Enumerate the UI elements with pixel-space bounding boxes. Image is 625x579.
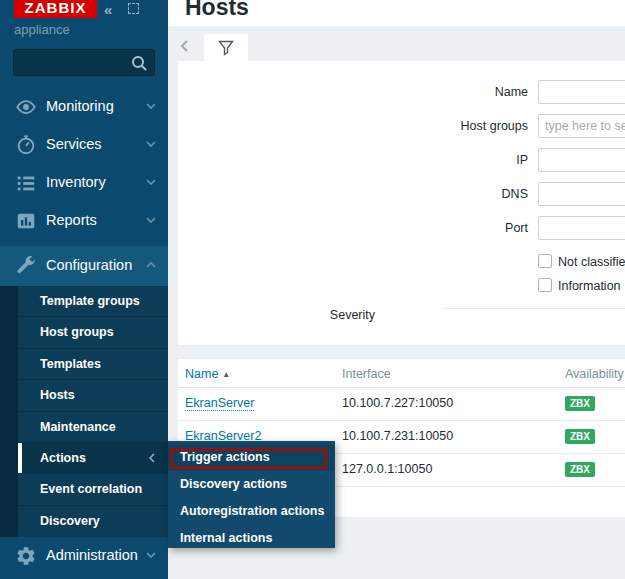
actions-flyout-menu: Trigger actions Discovery actions Autore… bbox=[168, 441, 335, 548]
submenu-item-discovery[interactable]: Discovery bbox=[18, 506, 168, 537]
filter-port-label: Port bbox=[505, 221, 528, 235]
eye-icon bbox=[15, 96, 37, 118]
chevron-down-icon bbox=[146, 179, 156, 186]
filter-severity-label: Severity bbox=[330, 308, 375, 322]
chevron-down-icon bbox=[146, 103, 156, 110]
sidebar-search bbox=[13, 49, 155, 76]
stopwatch-icon bbox=[15, 134, 37, 156]
submenu-label: Hosts bbox=[40, 388, 75, 402]
filter-dns-label: DNS bbox=[502, 187, 528, 201]
funnel-icon bbox=[218, 40, 234, 56]
sidebar-item-administration[interactable]: Administration bbox=[0, 537, 168, 575]
submenu-label: Host groups bbox=[40, 325, 114, 339]
availability-badge-zbx[interactable]: ZBX bbox=[565, 429, 595, 444]
filter-ip-label: IP bbox=[516, 153, 528, 167]
submenu-item-template-groups[interactable]: Template groups bbox=[18, 286, 168, 317]
sidebar-item-services[interactable]: Services bbox=[0, 126, 168, 164]
submenu-item-host-groups[interactable]: Host groups bbox=[18, 317, 168, 348]
search-icon[interactable] bbox=[130, 54, 148, 72]
sort-asc-icon: ▲ bbox=[222, 370, 230, 379]
chevron-down-icon bbox=[146, 552, 156, 559]
availability-badge-zbx[interactable]: ZBX bbox=[565, 462, 595, 477]
flyout-item-autoregistration-actions[interactable]: Autoregistration actions bbox=[168, 498, 335, 525]
filter-host-groups-input[interactable] bbox=[538, 114, 625, 138]
gear-icon bbox=[15, 545, 37, 567]
tab-scroll-left-icon[interactable] bbox=[180, 39, 189, 53]
filter-tab[interactable] bbox=[204, 34, 248, 61]
severity-not-classified-checkbox[interactable] bbox=[538, 254, 552, 268]
severity-not-classified-label: Not classified bbox=[558, 255, 625, 269]
column-header-interface: Interface bbox=[342, 367, 391, 381]
server-name-label: appliance bbox=[14, 22, 70, 37]
filter-divider bbox=[443, 308, 625, 309]
column-header-availability: Availability bbox=[565, 367, 624, 381]
filter-panel: Name Host groups IP DNS Port Severity bbox=[178, 61, 625, 345]
filter-ip-input[interactable] bbox=[538, 148, 625, 172]
table-header-row: Name▲ Interface Availability bbox=[178, 359, 625, 388]
filter-port-input[interactable] bbox=[538, 216, 625, 240]
sidebar-item-label: Administration bbox=[46, 547, 138, 563]
sidebar-item-configuration[interactable]: Configuration bbox=[0, 246, 168, 286]
flyout-item-label: Discovery actions bbox=[180, 477, 287, 491]
bar-chart-icon bbox=[15, 210, 37, 232]
sidebar-item-label: Configuration bbox=[46, 257, 132, 273]
sidebar-item-label: Services bbox=[46, 136, 102, 152]
host-link[interactable]: EkranServer bbox=[185, 396, 254, 411]
flyout-item-internal-actions[interactable]: Internal actions bbox=[168, 525, 335, 552]
hide-sidebar-icon[interactable] bbox=[128, 3, 139, 14]
chevron-left-icon bbox=[149, 453, 156, 463]
list-icon bbox=[15, 172, 37, 194]
severity-information-label: Information bbox=[558, 279, 621, 293]
submenu-label: Maintenance bbox=[40, 420, 116, 434]
submenu-label: Event correlation bbox=[40, 482, 142, 496]
severity-information-checkbox[interactable] bbox=[538, 278, 552, 292]
selected-indicator-bar bbox=[18, 443, 22, 473]
filter-tabbar bbox=[168, 33, 625, 61]
zabbix-logo[interactable]: ZABBIX bbox=[14, 0, 97, 18]
submenu-item-templates[interactable]: Templates bbox=[18, 349, 168, 380]
filter-name-input[interactable] bbox=[538, 80, 625, 104]
table-row: EkranServer 10.100.7.227:10050 ZBX bbox=[178, 388, 625, 421]
flyout-item-discovery-actions[interactable]: Discovery actions bbox=[168, 471, 335, 498]
flyout-item-label: Trigger actions bbox=[180, 450, 270, 464]
flyout-item-label: Internal actions bbox=[180, 531, 272, 545]
filter-host-groups-label: Host groups bbox=[461, 119, 528, 133]
submenu-label: Template groups bbox=[40, 294, 140, 308]
sidebar: ZABBIX « appliance Monitorin bbox=[0, 0, 168, 579]
flyout-item-trigger-actions[interactable]: Trigger actions bbox=[168, 444, 335, 471]
wrench-icon bbox=[15, 255, 37, 277]
collapse-sidebar-icon[interactable]: « bbox=[104, 1, 110, 18]
submenu-label: Actions bbox=[40, 451, 86, 465]
search-input[interactable] bbox=[20, 51, 128, 74]
flyout-item-label: Autoregistration actions bbox=[180, 504, 324, 518]
sidebar-item-monitoring[interactable]: Monitoring bbox=[0, 88, 168, 126]
availability-badge-zbx[interactable]: ZBX bbox=[565, 396, 595, 411]
main-menu: Monitoring Services bbox=[0, 88, 168, 286]
host-interface: 127.0.0.1:10050 bbox=[342, 462, 432, 476]
sidebar-item-reports[interactable]: Reports bbox=[0, 202, 168, 240]
submenu-item-actions[interactable]: Actions bbox=[18, 443, 168, 474]
submenu-label: Discovery bbox=[40, 514, 100, 528]
submenu-label: Templates bbox=[40, 357, 101, 371]
filter-dns-input[interactable] bbox=[538, 182, 625, 206]
sidebar-item-label: Inventory bbox=[46, 174, 106, 190]
page-header: Hosts bbox=[168, 0, 625, 26]
filter-name-label: Name bbox=[495, 85, 528, 99]
sidebar-item-label: Reports bbox=[46, 212, 97, 228]
chevron-down-icon bbox=[146, 217, 156, 224]
page-title: Hosts bbox=[185, 0, 249, 21]
submenu-item-event-correlation[interactable]: Event correlation bbox=[18, 474, 168, 505]
zabbix-app-window: ZABBIX « appliance Monitorin bbox=[0, 0, 625, 579]
host-interface: 10.100.7.227:10050 bbox=[342, 396, 453, 410]
column-header-name[interactable]: Name bbox=[185, 367, 218, 381]
sidebar-item-inventory[interactable]: Inventory bbox=[0, 164, 168, 202]
sidebar-item-label: Monitoring bbox=[46, 98, 114, 114]
submenu-item-maintenance[interactable]: Maintenance bbox=[18, 412, 168, 443]
chevron-down-icon bbox=[146, 141, 156, 148]
chevron-up-icon bbox=[146, 262, 156, 269]
host-interface: 10.100.7.231:10050 bbox=[342, 429, 453, 443]
submenu-item-hosts[interactable]: Hosts bbox=[18, 380, 168, 411]
configuration-submenu: Template groups Host groups Templates Ho… bbox=[0, 286, 168, 537]
